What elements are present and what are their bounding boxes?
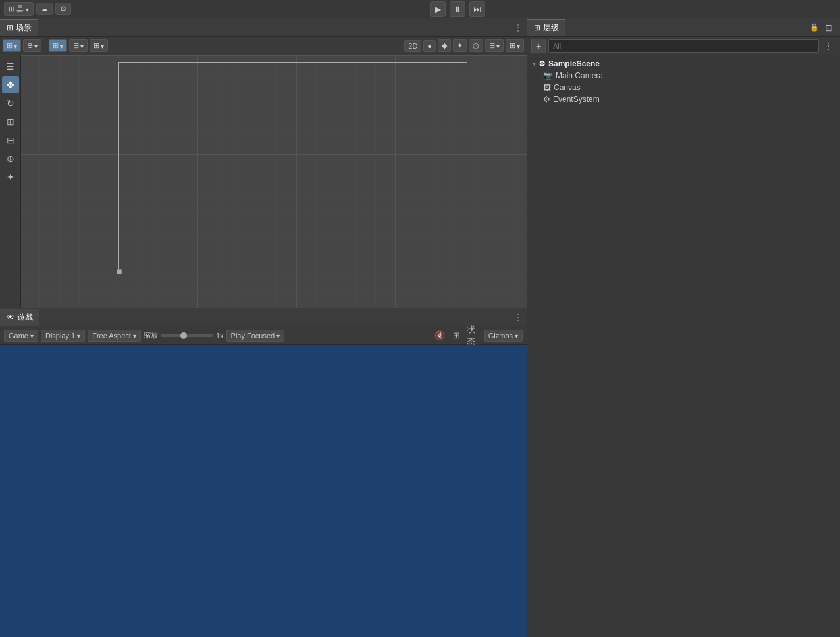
scale-label: 缩放 [144, 330, 158, 340]
play-focused-label: Play Focused [231, 332, 275, 340]
settings-btn[interactable]: ⚙ [55, 3, 71, 15]
transform-btn[interactable]: ⊞ [49, 39, 67, 52]
play-focused-chevron [276, 332, 280, 340]
scene-origin-handle[interactable] [117, 269, 122, 274]
scene-tab-icon: ⊞ [7, 23, 13, 32]
hierarchy-children: 📷 Main Camera 🖼 Canvas ⚙ EventSystem [527, 70, 840, 105]
pause-icon: ⏸ [454, 5, 461, 14]
mute-icon: 🔇 [434, 330, 445, 340]
scene-toolbar: ⊞ ⊕ ⊞ ⊟ ⊞ 2D [0, 37, 527, 55]
scene-icon: ⚙ [538, 59, 546, 68]
scale-slider-thumb [180, 332, 187, 339]
game-toolbar: Game Display 1 Free Aspect 缩放 1x [0, 326, 527, 345]
gizmos-btn[interactable]: ⊞ [506, 39, 524, 52]
main-area: ⊞ 场景 ⋮ ⊞ ⊕ ⊞ ⊟ [0, 18, 840, 637]
fx-btn[interactable]: ✦ [453, 39, 467, 52]
game-panel: 👁 遊戲 ⋮ Game Display 1 Free Aspect [0, 308, 527, 637]
top-bar: ⊞ 昙 ☁ ⚙ ▶ ⏸ ⏭ [0, 0, 840, 18]
game-label-dropdown[interactable]: Game [4, 330, 38, 342]
game-viewport [0, 345, 527, 637]
transform-chevron [60, 42, 63, 50]
hierarchy-item-main-camera[interactable]: 📷 Main Camera [538, 70, 840, 82]
play-focused-dropdown[interactable]: Play Focused [226, 330, 285, 342]
audio-btn[interactable]: ◆ [438, 39, 451, 52]
hierarchy-collapse-btn[interactable]: ⊟ [822, 20, 836, 35]
display-btn[interactable]: ⊞ [485, 39, 504, 52]
cloud-btn[interactable]: ☁ [36, 3, 53, 15]
rect-icon: ⊟ [73, 41, 79, 50]
left-panel: ⊞ 场景 ⋮ ⊞ ⊕ ⊞ ⊟ [0, 18, 527, 637]
scale-value: 1x [216, 332, 224, 340]
hierarchy-content: ▾ ⚙ SampleScene 📷 Main Camera 🖼 Canvas ⚙… [527, 55, 840, 637]
gizmos-chevron [515, 332, 518, 340]
step-button[interactable]: ⏭ [469, 1, 485, 17]
grid-chevron [14, 42, 17, 50]
persp-2d-btn[interactable]: 2D [404, 40, 421, 52]
mode-dropdown[interactable]: ⊞ 昙 [4, 2, 34, 16]
hierarchy-options-btn[interactable]: ⋮ [822, 39, 836, 53]
hide-btn[interactable]: ◎ [469, 39, 483, 52]
display-chevron [496, 42, 500, 50]
hierarchy-tab[interactable]: ⊞ 层级 [527, 19, 565, 36]
hide-icon: ◎ [473, 41, 479, 50]
display-icon: ⊞ [489, 41, 495, 50]
grid2-btn[interactable]: ⊞ [90, 39, 108, 52]
grid-icon: ⊞ [7, 41, 13, 50]
top-bar-center: ▶ ⏸ ⏭ [75, 1, 840, 17]
scene-menu-btn[interactable]: ⋮ [510, 21, 527, 34]
display-label: Display 1 [45, 332, 75, 340]
fx-icon: ✦ [457, 41, 463, 50]
globe-chevron [34, 42, 38, 50]
display-dropdown[interactable]: Display 1 [41, 330, 85, 342]
stats-btn[interactable]: ⊞ [450, 328, 464, 343]
hierarchy-scene-root[interactable]: ▾ ⚙ SampleScene [527, 58, 840, 70]
top-bar-left: ⊞ 昙 ☁ ⚙ [0, 2, 75, 16]
step-icon: ⏭ [473, 5, 481, 14]
play-icon: ▶ [435, 5, 441, 14]
hierarchy-tab-bar: ⊞ 层级 🔒 ⊟ [527, 18, 840, 37]
game-label-chevron [30, 332, 34, 340]
aspect-dropdown[interactable]: Free Aspect [88, 330, 141, 342]
play-button[interactable]: ▶ [430, 1, 446, 17]
event-system-icon: ⚙ [543, 95, 550, 104]
status-label: 状态 [467, 324, 481, 347]
stats-icon: ⊞ [453, 330, 460, 340]
game-tab-eye-icon: 👁 [7, 313, 14, 322]
gizmos-chevron [517, 42, 520, 50]
scale-control: 缩放 1x [144, 330, 224, 340]
aspect-label: Free Aspect [92, 332, 131, 340]
game-menu-btn[interactable]: ⋮ [510, 311, 527, 324]
game-tab[interactable]: 👁 遊戲 [0, 309, 39, 326]
scene-canvas-outline [118, 62, 467, 272]
hierarchy-search-input[interactable] [548, 39, 819, 53]
mode-label: 昙 [16, 4, 24, 14]
scene-viewport: ☰ ✥ ↻ ⊞ ⊟ ⊕ ✦ [0, 55, 527, 308]
scene-tab[interactable]: ⊞ 场景 [0, 19, 38, 36]
hierarchy-lock-btn[interactable]: 🔒 [810, 23, 819, 32]
pause-button[interactable]: ⏸ [450, 1, 465, 17]
scale-slider[interactable] [161, 334, 213, 337]
rect-btn[interactable]: ⊟ [69, 39, 88, 52]
mute-btn[interactable]: 🔇 [433, 328, 447, 343]
gizmos-dropdown[interactable]: Gizmos [484, 330, 523, 342]
hierarchy-item-canvas[interactable]: 🖼 Canvas [538, 82, 840, 93]
gizmos-icon: ⊞ [510, 41, 515, 50]
status-btn[interactable]: 状态 [467, 328, 481, 343]
camera-label: Main Camera [556, 71, 603, 80]
aspect-chevron [133, 332, 136, 340]
scene-tab-bar: ⊞ 场景 ⋮ [0, 18, 527, 37]
cloud-icon: ☁ [41, 5, 48, 13]
game-tab-label: 遊戲 [17, 312, 33, 323]
add-icon: + [536, 41, 541, 51]
scene-name: SampleScene [548, 59, 600, 68]
right-panel: ⊞ 层级 🔒 ⊟ + ⋮ ▾ ⚙ SampleScene [527, 18, 840, 637]
grid-toggle-btn[interactable]: ⊞ [3, 39, 21, 52]
audio-icon: ◆ [442, 41, 447, 50]
hierarchy-item-event-system[interactable]: ⚙ EventSystem [538, 93, 840, 105]
persp-label: 2D [408, 42, 417, 50]
grid2-icon: ⊞ [93, 41, 99, 50]
globe-btn[interactable]: ⊕ [23, 39, 41, 52]
hierarchy-add-btn[interactable]: + [531, 39, 546, 53]
rect-chevron [80, 42, 84, 50]
light-btn[interactable]: ● [423, 40, 436, 52]
